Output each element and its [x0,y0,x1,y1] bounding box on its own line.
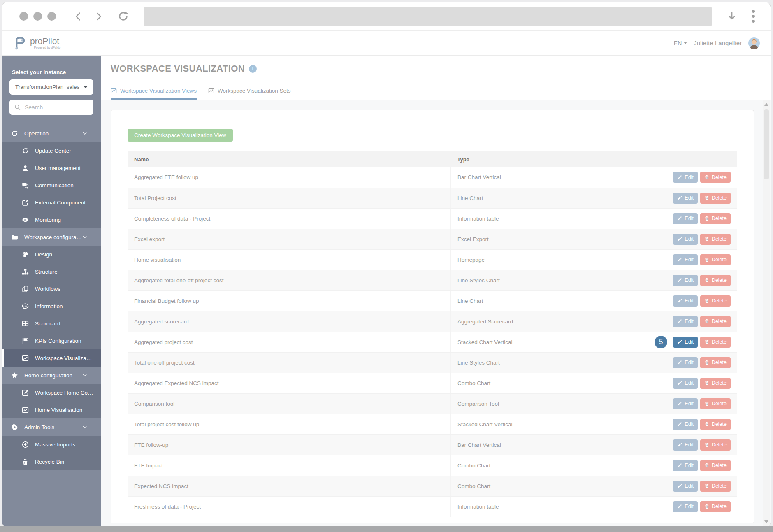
sidebar-item-label: User management [35,165,81,171]
edit-button[interactable]: Edit [673,213,698,224]
scrollbar[interactable] [763,100,770,527]
scroll-down-icon[interactable] [764,520,768,523]
sidebar-item-structure[interactable]: Structure [2,263,101,280]
pencil-icon [677,298,682,303]
edit-button[interactable]: Edit [673,337,698,348]
instance-select[interactable]: TransformationPlan_sales [9,79,93,95]
edit-button[interactable]: Edit [673,439,698,451]
edit-button[interactable]: Edit [673,254,698,265]
edit-button[interactable]: Edit [673,501,698,512]
download-icon[interactable] [727,11,737,22]
delete-button[interactable]: Delete [700,378,731,389]
cell-type: Excel Export [450,229,649,249]
tab-workspace-visualization-sets[interactable]: Workspace Visualization Sets [208,88,290,100]
sidebar-item-scorecard[interactable]: Scorecard [2,315,101,332]
sidebar-item-update-center[interactable]: Update Center [2,142,101,159]
search-input[interactable] [25,104,99,111]
main-area: WORKSPACE VISUALIZATION i Workspace Visu… [101,56,771,527]
delete-button[interactable]: Delete [700,172,731,183]
sidebar-item-label: Communication [35,182,74,188]
info-icon[interactable]: i [249,65,257,73]
scrollbar-thumb[interactable] [764,109,769,179]
cell-name: FTE Impact [128,455,450,476]
edit-button[interactable]: Edit [673,295,698,307]
edit-button[interactable]: Edit [673,419,698,430]
edit-button[interactable]: Edit [673,357,698,368]
sidebar-item-recycle-bin[interactable]: Recycle Bin [2,453,101,470]
sidebar-item-user-management[interactable]: User management [2,159,101,177]
edit-button[interactable]: Edit [673,316,698,327]
sidebar-item-label: Update Center [35,148,71,154]
sitemap-icon [22,268,29,275]
delete-button[interactable]: Delete [700,193,731,204]
sidebar-item-monitoring[interactable]: Monitoring [2,211,101,228]
cell-name: Aggregated Expected NCS impact [128,373,450,393]
edit-button[interactable]: Edit [673,481,698,492]
edit-button[interactable]: Edit [673,460,698,471]
sidebar-item-information[interactable]: Information [2,297,101,315]
sidebar-item-kpis-configuration[interactable]: KPIs Configuration [2,332,101,349]
window-dot-icon[interactable] [19,12,28,21]
sidebar: Select your instance TransformationPlan_… [2,56,101,527]
cell-actions: EditDelete [649,373,737,393]
sidebar-item-external-component[interactable]: External Component [2,194,101,211]
edit-button[interactable]: Edit [673,398,698,409]
table-row: Excel exportExcel ExportEditDelete [128,229,737,249]
trash-icon [22,458,29,465]
refresh-icon[interactable] [118,11,129,22]
delete-button[interactable]: Delete [700,357,731,368]
delete-button[interactable]: Delete [700,254,731,265]
browser-menu-icon[interactable] [752,10,755,23]
sidebar-section-operation[interactable]: Operation [2,125,101,142]
sidebar-item-home-visualisation[interactable]: Home Visualisation [2,401,101,418]
window-dot-icon[interactable] [33,12,42,21]
delete-button[interactable]: Delete [700,501,731,512]
delete-button[interactable]: Delete [700,316,731,327]
delete-button[interactable]: Delete [700,337,731,348]
url-bar[interactable] [144,7,712,26]
sidebar-item-workspace-home-conf[interactable]: Workspace Home Conf... [2,384,101,401]
delete-button[interactable]: Delete [700,439,731,451]
sidebar-item-communication[interactable]: Communication [2,177,101,194]
delete-button[interactable]: Delete [700,398,731,409]
delete-button[interactable]: Delete [700,213,731,224]
pencil-icon [677,278,682,283]
sidebar-section-admin-tools[interactable]: Admin Tools [2,418,101,436]
sidebar-item-workspace-visualization[interactable]: Workspace Visualization [2,349,101,367]
delete-button[interactable]: Delete [700,234,731,245]
language-selector[interactable]: EN [674,40,687,46]
delete-button[interactable]: Delete [700,481,731,492]
cell-type: Information table [450,208,649,229]
sidebar-item-design[interactable]: Design [2,246,101,263]
sidebar-item-workflows[interactable]: Workflows [2,280,101,297]
pencil-icon [677,442,682,447]
delete-button[interactable]: Delete [700,419,731,430]
cell-name: Home visualisation [128,249,450,270]
back-icon[interactable] [73,12,83,21]
cell-name: Financial Budget follow up [128,290,450,311]
download-circle-icon [22,441,29,448]
sidebar-section-home-configuration[interactable]: Home configuration [2,367,101,384]
trash-icon [704,360,709,365]
avatar[interactable] [748,37,760,49]
table-row: Completeness of data - ProjectInformatio… [128,208,737,229]
trash-icon [704,483,709,488]
forward-icon[interactable] [94,12,104,21]
delete-button[interactable]: Delete [700,275,731,286]
sidebar-item-massive-imports[interactable]: Massive Imports [2,436,101,453]
scroll-up-icon[interactable] [764,103,768,106]
edit-button[interactable]: Edit [673,193,698,204]
edit-button[interactable]: Edit [673,378,698,389]
edit-button[interactable]: Edit [673,275,698,286]
edit-button[interactable]: Edit [673,172,698,183]
edit-button[interactable]: Edit [673,234,698,245]
create-workspace-visualization-view-button[interactable]: Create Workspace Visualization View [128,129,233,142]
delete-button[interactable]: Delete [700,460,731,471]
tab-workspace-visualization-views[interactable]: Workspace Visualization Views [111,88,197,100]
sidebar-item-label: Workspace Home Conf... [35,390,93,396]
delete-button[interactable]: Delete [700,295,731,307]
page-title: WORKSPACE VISUALIZATION i [111,63,257,74]
cell-type: Stacked Chart Vertical [450,332,649,352]
window-dot-icon[interactable] [47,12,56,21]
sidebar-section-workspace-configuration[interactable]: Workspace configuration [2,228,101,246]
